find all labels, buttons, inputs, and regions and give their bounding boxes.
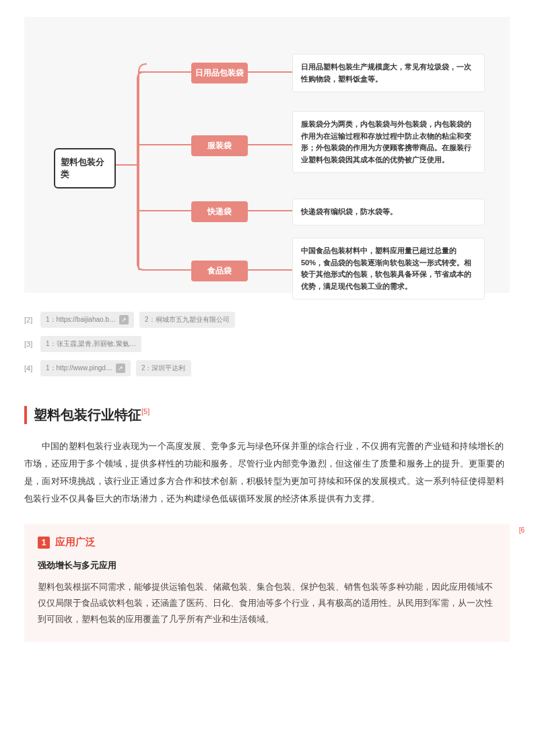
reference-text: 2：桐城市五九塑业有限公司 xyxy=(145,315,230,324)
reference-pill[interactable]: 1：https://baijiahao.b…↗ xyxy=(40,312,134,328)
section-footnote: [5] xyxy=(141,407,149,415)
category-node: 服装袋 xyxy=(191,135,248,156)
reference-text: 1：https://baijiahao.b… xyxy=(46,315,116,324)
external-link-icon: ↗ xyxy=(119,315,129,324)
references-block: [2]1：https://baijiahao.b…↗2：桐城市五九塑业有限公司[… xyxy=(24,305,510,391)
reference-text: 1：张玉霞,梁青,郭丽敏.聚氨… xyxy=(46,339,136,349)
reference-index: [2] xyxy=(24,316,35,324)
reference-pill[interactable]: 2：深圳平达利 xyxy=(136,360,191,376)
category-description: 中国食品包装材料中，塑料应用量已超过总量的50%，食品袋的包装逐渐向软包装这一形… xyxy=(292,238,485,300)
feature-title-row: 1 应用广泛 xyxy=(38,536,496,549)
reference-row: [4]1：http://www.pingd…↗2：深圳平达利 xyxy=(24,360,510,376)
reference-index: [4] xyxy=(24,364,35,372)
category-node: 日用品包装袋 xyxy=(191,63,248,83)
category-description: 服装袋分为两类，内包装袋与外包装袋，内包装袋的作用为在运输过程和存放过程中防止衣… xyxy=(292,111,485,173)
reference-row: [3]1：张玉霞,梁青,郭丽敏.聚氨… xyxy=(24,336,510,352)
feature-subtitle: 强劲增长与多元应用 xyxy=(38,559,496,572)
feature-side-ref: [6 xyxy=(519,526,525,534)
reference-text: 1：http://www.pingd… xyxy=(46,364,112,373)
diagram-root-node: 塑料包装分类 xyxy=(54,148,116,188)
feature-title: 应用广泛 xyxy=(55,536,96,549)
reference-pill[interactable]: 2：桐城市五九塑业有限公司 xyxy=(139,312,235,328)
reference-pill[interactable]: 1：张玉霞,梁青,郭丽敏.聚氨… xyxy=(40,336,141,352)
feature-card: [6 1 应用广泛 强劲增长与多元应用 塑料包装根据不同需求，能够提供运输包装、… xyxy=(24,524,510,642)
reference-pill[interactable]: 1：http://www.pingd…↗ xyxy=(40,360,131,376)
section-paragraph: 中国的塑料包装行业表现为一个高度发展、竞争多元与绿色环保并重的综合行业，不仅拥有… xyxy=(24,438,510,508)
category-node: 食品袋 xyxy=(191,261,248,281)
feature-number-badge: 1 xyxy=(38,537,50,549)
section-title: 塑料包装行业特征 xyxy=(34,407,141,422)
classification-diagram: 塑料包装分类 日用品包装袋日用品塑料包装生产规模庞大，常见有垃圾袋，一次性购物袋… xyxy=(24,17,510,293)
feature-body: 塑料包装根据不同需求，能够提供运输包装、储藏包装、集合包装、保护包装、销售包装等… xyxy=(38,580,496,627)
reference-index: [3] xyxy=(24,340,35,348)
section-heading: 塑料包装行业特征[5] xyxy=(24,406,510,424)
reference-row: [2]1：https://baijiahao.b…↗2：桐城市五九塑业有限公司 xyxy=(24,312,510,328)
category-description: 日用品塑料包装生产规模庞大，常见有垃圾袋，一次性购物袋，塑料饭盒等。 xyxy=(292,54,485,92)
reference-text: 2：深圳平达利 xyxy=(141,364,186,373)
category-description: 快递袋有编织袋，防水袋等。 xyxy=(292,199,485,226)
category-node: 快递袋 xyxy=(191,201,248,222)
external-link-icon: ↗ xyxy=(116,364,125,373)
